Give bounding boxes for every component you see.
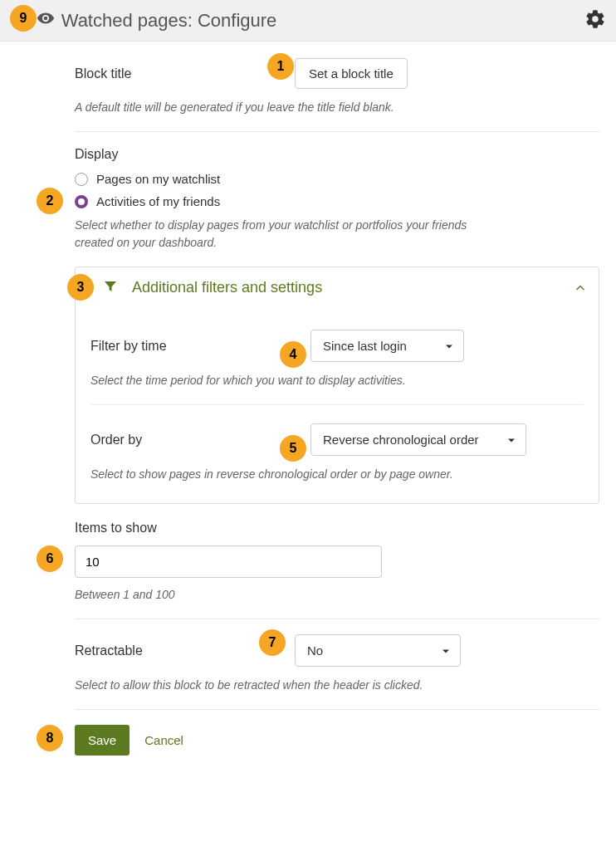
radio-watchlist[interactable]: Pages on my watchlist (75, 172, 599, 186)
caret-down-icon (442, 643, 450, 658)
order-by-value: Reverse chronological order (323, 433, 479, 447)
radio-friends[interactable]: Activities of my friends (75, 194, 599, 208)
annotation-badge-8: 8 (37, 725, 63, 751)
filter-by-time-help: Select the time period for which you wan… (90, 372, 584, 389)
block-title-help: A default title will be generated if you… (75, 99, 599, 116)
order-by-help: Select to show pages in reverse chronolo… (90, 466, 584, 483)
annotation-badge-6: 6 (37, 545, 63, 572)
dialog-title: Watched pages: Configure (37, 9, 584, 32)
block-title-label: Block title (75, 66, 220, 81)
radio-friends-label: Activities of my friends (96, 194, 220, 208)
display-help: Select whether to display pages from you… (75, 217, 506, 252)
caret-down-icon (507, 433, 516, 447)
radio-watchlist-label: Pages on my watchlist (96, 172, 220, 186)
cancel-link[interactable]: Cancel (144, 733, 183, 747)
filters-title: Additional filters and settings (132, 279, 575, 296)
annotation-badge-1: 1 (267, 53, 294, 80)
filter-by-time-select[interactable]: Since last login (310, 330, 464, 362)
annotation-badge-7: 7 (259, 629, 286, 656)
items-to-show-input[interactable] (75, 545, 382, 578)
caret-down-icon (445, 339, 453, 353)
divider (90, 404, 584, 405)
filters-panel: 3 Additional filters and settings 4 Filt… (75, 267, 599, 504)
filter-by-time-label: Filter by time (90, 339, 236, 354)
order-by-select[interactable]: Reverse chronological order (310, 423, 526, 456)
annotation-badge-2: 2 (37, 188, 63, 214)
set-block-title-button[interactable]: Set a block title (295, 58, 408, 89)
divider (75, 709, 599, 710)
retractable-label: Retractable (75, 643, 220, 658)
radio-icon (75, 173, 88, 186)
filter-by-time-value: Since last login (323, 339, 407, 353)
divider (75, 131, 599, 132)
items-to-show-label: Items to show (75, 521, 599, 536)
gear-icon[interactable] (584, 8, 606, 32)
filters-header[interactable]: Additional filters and settings (76, 267, 599, 308)
dialog-title-text: Watched pages: Configure (61, 10, 277, 32)
retractable-select[interactable]: No (295, 634, 461, 667)
radio-icon-selected (75, 195, 88, 208)
save-button[interactable]: Save (75, 725, 130, 756)
display-label: Display (75, 147, 599, 162)
retractable-value: No (307, 643, 323, 658)
chevron-up-icon (575, 281, 585, 295)
annotation-badge-9: 9 (10, 5, 37, 32)
annotation-badge-3: 3 (67, 274, 94, 301)
items-to-show-help: Between 1 and 100 (75, 586, 599, 604)
divider (75, 619, 599, 619)
annotation-badge-4: 4 (280, 341, 306, 368)
dialog-header: × Watched pages: Configure (0, 0, 616, 42)
annotation-badge-5: 5 (280, 435, 306, 462)
filter-icon (104, 280, 117, 296)
order-by-label: Order by (90, 433, 236, 448)
retractable-help: Select to allow this block to be retract… (75, 677, 599, 694)
eye-icon (37, 9, 55, 32)
